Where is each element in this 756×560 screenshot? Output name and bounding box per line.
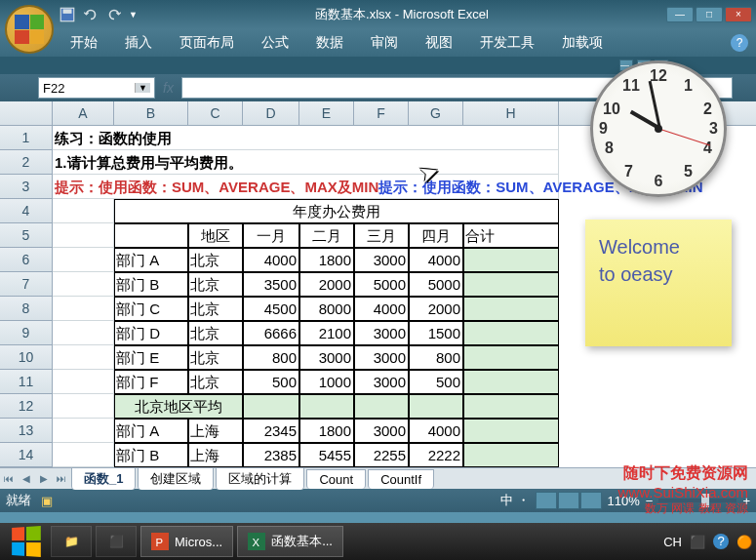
row-header[interactable]: 8	[0, 297, 53, 321]
cell[interactable]: 2345	[243, 419, 299, 443]
tab-formula[interactable]: 公式	[250, 30, 300, 56]
cell[interactable]: 500	[243, 370, 299, 394]
cell[interactable]: 4000	[243, 248, 299, 272]
cell[interactable]: 部门 B	[114, 443, 188, 467]
minimize-button[interactable]: —	[666, 7, 694, 22]
cell[interactable]: 3000	[354, 321, 409, 345]
cell[interactable]: 2222	[409, 443, 463, 467]
cell[interactable]: 三月	[354, 223, 409, 248]
cell[interactable]: 部门 E	[114, 345, 188, 370]
cell[interactable]: 北京	[188, 370, 243, 394]
cell[interactable]	[463, 419, 559, 443]
cell[interactable]: 4000	[409, 248, 463, 272]
cell[interactable]: 年度办公费用	[114, 199, 559, 223]
col-header[interactable]: G	[409, 101, 463, 125]
cell[interactable]: 北京	[188, 321, 243, 345]
sticky-note[interactable]: Welcome to oeasy	[585, 220, 732, 346]
name-box[interactable]: F22 ▼	[38, 77, 155, 99]
cell[interactable]: 1.请计算总费用与平均费用。	[53, 150, 559, 175]
cell[interactable]: 500	[409, 370, 463, 394]
cell[interactable]: 5000	[409, 272, 463, 297]
row-header[interactable]: 13	[0, 419, 53, 443]
cell[interactable]: 3500	[243, 272, 299, 297]
row-header[interactable]: 4	[0, 199, 53, 223]
cell[interactable]: 部门 C	[114, 297, 188, 321]
col-header[interactable]: A	[53, 101, 114, 125]
view-pagebreak-button[interactable]	[580, 492, 602, 509]
cell[interactable]	[463, 297, 559, 321]
row-header[interactable]: 11	[0, 370, 53, 394]
cell[interactable]: 北京地区平均	[114, 394, 243, 419]
row-header[interactable]: 2	[0, 150, 53, 175]
cell[interactable]	[354, 394, 409, 419]
cell[interactable]: 1500	[409, 321, 463, 345]
cell[interactable]: 2385	[243, 443, 299, 467]
cell[interactable]	[53, 345, 114, 370]
tab-data[interactable]: 数据	[304, 30, 355, 56]
row-header[interactable]: 12	[0, 394, 53, 419]
row-header[interactable]: 5	[0, 223, 53, 248]
row-header[interactable]: 6	[0, 248, 53, 272]
cell[interactable]	[53, 419, 114, 443]
col-header[interactable]: H	[463, 101, 559, 125]
cell[interactable]: 800	[409, 345, 463, 370]
cell[interactable]: 部门 D	[114, 321, 188, 345]
cell[interactable]	[463, 394, 559, 419]
cell[interactable]: 2100	[299, 321, 354, 345]
cell[interactable]: 3000	[299, 345, 354, 370]
cell[interactable]: 北京	[188, 248, 243, 272]
cell[interactable]: 5455	[299, 443, 354, 467]
pinned-explorer[interactable]: 📁	[51, 526, 92, 557]
cell[interactable]	[53, 297, 114, 321]
tab-view[interactable]: 视图	[414, 30, 464, 56]
cell[interactable]: 上海	[188, 443, 243, 467]
office-button[interactable]	[5, 5, 54, 54]
fx-icon[interactable]: fx	[163, 80, 174, 96]
cell[interactable]: 8000	[299, 297, 354, 321]
cell[interactable]: 部门 A	[114, 248, 188, 272]
sheet-tab[interactable]: CountIf	[368, 469, 434, 489]
cell[interactable]: 部门 A	[114, 419, 188, 443]
cell[interactable]: 练习：函数的使用	[53, 126, 559, 150]
tab-nav-last-icon[interactable]: ⏭	[53, 470, 70, 488]
cell[interactable]: 部门 F	[114, 370, 188, 394]
tab-nav-next-icon[interactable]: ▶	[35, 470, 53, 488]
cell[interactable]: 2000	[409, 297, 463, 321]
cell[interactable]: 北京	[188, 272, 243, 297]
tab-dev[interactable]: 开发工具	[468, 30, 546, 56]
sheet-tab[interactable]: 创建区域	[138, 467, 214, 490]
cell[interactable]: 北京	[188, 345, 243, 370]
redo-icon[interactable]	[105, 6, 123, 23]
tab-review[interactable]: 审阅	[359, 30, 410, 56]
cell[interactable]: 800	[243, 345, 299, 370]
cell[interactable]: 6666	[243, 321, 299, 345]
help-icon[interactable]: ?	[731, 34, 748, 52]
cell[interactable]: 二月	[299, 223, 354, 248]
macro-record-icon[interactable]: ▣	[41, 494, 53, 508]
cell[interactable]	[53, 248, 114, 272]
col-header[interactable]: F	[354, 101, 409, 125]
cell[interactable]: 4500	[243, 297, 299, 321]
cell[interactable]: 2000	[299, 272, 354, 297]
tab-home[interactable]: 开始	[59, 30, 109, 56]
col-header[interactable]: C	[188, 101, 243, 125]
cell[interactable]	[463, 272, 559, 297]
row-header[interactable]: 3	[0, 175, 53, 199]
cell[interactable]	[409, 394, 463, 419]
tab-nav-first-icon[interactable]: ⏮	[0, 470, 18, 488]
save-icon[interactable]	[59, 6, 76, 23]
taskbar-item-powerpoint[interactable]: P Micros...	[140, 526, 233, 557]
cell[interactable]: 5000	[354, 272, 409, 297]
cell[interactable]: 3000	[354, 345, 409, 370]
row-header[interactable]: 7	[0, 272, 53, 297]
tab-nav-prev-icon[interactable]: ◀	[18, 470, 35, 488]
row-header[interactable]: 1	[0, 126, 53, 150]
undo-icon[interactable]	[82, 6, 99, 23]
maximize-button[interactable]: □	[696, 7, 723, 22]
cell[interactable]	[243, 394, 299, 419]
cell[interactable]: 一月	[243, 223, 299, 248]
cell[interactable]: 地区	[188, 223, 243, 248]
start-button[interactable]	[4, 523, 47, 560]
cell[interactable]: 1800	[299, 248, 354, 272]
view-layout-button[interactable]	[558, 492, 579, 509]
